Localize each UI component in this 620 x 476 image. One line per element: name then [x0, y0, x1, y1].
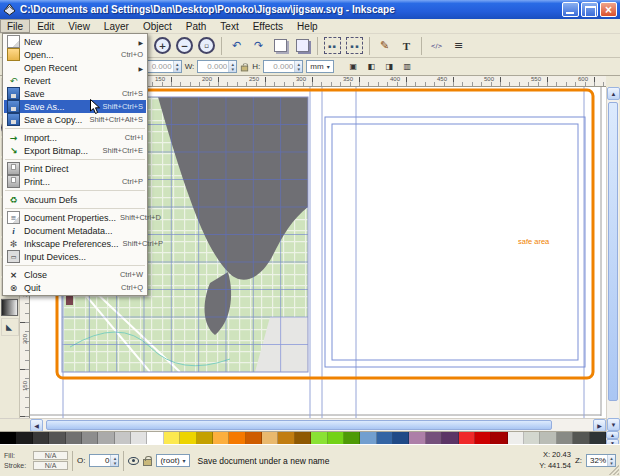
menu-help[interactable]: Help	[290, 19, 325, 33]
palette-swatch[interactable]	[246, 432, 262, 444]
scroll-up-button[interactable]: ▲	[607, 87, 620, 100]
height-spinner[interactable]	[294, 61, 302, 72]
menu-item-document-properties[interactable]: Document Properties...Shift+Ctrl+D	[4, 211, 146, 224]
palette-swatch[interactable]	[590, 432, 606, 444]
scroll-down-button[interactable]: ▼	[607, 418, 620, 431]
palette-swatch[interactable]	[426, 432, 442, 444]
palette-swatch[interactable]	[393, 432, 409, 444]
palette-swatch[interactable]	[82, 432, 98, 444]
resize-grip[interactable]	[607, 463, 619, 475]
gradient-tool-button[interactable]	[1, 298, 19, 316]
palette-swatch[interactable]	[508, 432, 524, 444]
palette-swatch[interactable]	[49, 432, 65, 444]
fill-stroke-indicator[interactable]: Fill:N/A Stroke:N/A	[4, 451, 68, 470]
palette-swatch[interactable]	[524, 432, 540, 444]
menu-item-print-direct[interactable]: Print Direct	[4, 162, 146, 175]
palette-swatch[interactable]	[459, 432, 475, 444]
opacity-spinner[interactable]	[110, 455, 118, 466]
palette-swatch[interactable]	[0, 432, 16, 444]
align-button[interactable]	[448, 35, 469, 56]
opacity-field[interactable]: 0	[89, 454, 119, 467]
menu-item-revert[interactable]: Revert	[4, 74, 146, 87]
menu-item-save[interactable]: SaveCtrl+S	[4, 87, 146, 100]
title-bar[interactable]: C:\Documents and Settings\Dan\Desktop\Po…	[0, 0, 620, 19]
palette-swatch[interactable]	[491, 432, 507, 444]
palette-swatch[interactable]	[131, 432, 147, 444]
affect-patterns-button[interactable]	[399, 59, 416, 74]
palette-swatch[interactable]	[377, 432, 393, 444]
palette-swatch[interactable]	[180, 432, 196, 444]
y-spinner[interactable]	[173, 61, 181, 72]
palette-swatch[interactable]	[197, 432, 213, 444]
palette-swatch[interactable]	[164, 432, 180, 444]
palette-swatch[interactable]	[33, 432, 49, 444]
width-field[interactable]: 0.000	[197, 60, 237, 73]
menu-item-save-a-copy[interactable]: Save a Copy...Shift+Ctrl+Alt+S	[4, 113, 146, 126]
palette-swatch[interactable]	[540, 432, 556, 444]
duplicate-button[interactable]	[270, 35, 291, 56]
horizontal-scrollbar[interactable]: ◀ ▶	[30, 418, 606, 431]
menu-item-inkscape-preferences[interactable]: Inkscape Preferences...Shift+Ctrl+P	[4, 237, 146, 250]
vertical-scrollbar[interactable]: ▲ ▼	[606, 87, 619, 431]
menu-item-input-devices[interactable]: Input Devices...	[4, 250, 146, 263]
menu-item-new[interactable]: New	[4, 35, 146, 48]
vertical-scroll-track[interactable]	[607, 100, 619, 418]
affect-stroke-button[interactable]	[345, 59, 362, 74]
palette-swatch[interactable]	[573, 432, 589, 444]
width-spinner[interactable]	[228, 61, 236, 72]
close-button[interactable]	[600, 2, 617, 17]
palette-swatch[interactable]	[360, 432, 376, 444]
minimize-button[interactable]	[562, 2, 579, 17]
menu-item-close[interactable]: CloseCtrl+W	[4, 268, 146, 281]
palette-swatch[interactable]	[557, 432, 573, 444]
palette-swatch[interactable]	[295, 432, 311, 444]
palette-swatch[interactable]	[278, 432, 294, 444]
menu-layer[interactable]: Layer	[97, 19, 136, 33]
palette-swatch[interactable]	[262, 432, 278, 444]
palette-scroll-up-button[interactable]: ▲	[606, 431, 619, 439]
menu-object[interactable]: Object	[136, 19, 179, 33]
menu-item-save-as[interactable]: Save As...Shift+Ctrl+S	[4, 100, 146, 113]
zoom-in-button[interactable]	[152, 35, 173, 56]
horizontal-scroll-track[interactable]	[43, 419, 593, 431]
menu-item-vacuum-defs[interactable]: Vacuum Defs	[4, 193, 146, 206]
clone-button[interactable]	[292, 35, 313, 56]
palette-swatch[interactable]	[147, 432, 163, 444]
menu-effects[interactable]: Effects	[246, 19, 290, 33]
undo-button[interactable]	[226, 35, 247, 56]
palette-swatch[interactable]	[115, 432, 131, 444]
menu-file[interactable]: File	[0, 19, 30, 33]
group-button[interactable]	[322, 35, 343, 56]
maximize-button[interactable]	[581, 2, 598, 17]
fill-stroke-button[interactable]	[374, 35, 395, 56]
dropper-tool-button[interactable]	[1, 318, 19, 336]
affect-corners-button[interactable]	[363, 59, 380, 74]
menu-item-export-bitmap[interactable]: Export Bitmap...Shift+Ctrl+E	[4, 144, 146, 157]
palette-swatch[interactable]	[475, 432, 491, 444]
layer-lock-icon[interactable]	[143, 459, 152, 466]
palette-swatch[interactable]	[344, 432, 360, 444]
redo-button[interactable]	[248, 35, 269, 56]
palette-swatch[interactable]	[328, 432, 344, 444]
xml-editor-button[interactable]	[426, 35, 447, 56]
text-button[interactable]	[396, 35, 417, 56]
menu-item-quit[interactable]: QuitCtrl+Q	[4, 281, 146, 294]
menu-item-open[interactable]: Open...Ctrl+O	[4, 48, 146, 61]
menu-item-print[interactable]: Print...Ctrl+P	[4, 175, 146, 188]
horizontal-scroll-thumb[interactable]	[46, 420, 552, 430]
affect-gradients-button[interactable]	[381, 59, 398, 74]
palette-swatch[interactable]	[311, 432, 327, 444]
palette-swatch[interactable]	[229, 432, 245, 444]
menu-text[interactable]: Text	[213, 19, 245, 33]
zoom-page-button[interactable]	[196, 35, 217, 56]
menu-item-open-recent[interactable]: Open Recent	[4, 61, 146, 74]
palette-swatch[interactable]	[442, 432, 458, 444]
layer-select[interactable]: (root)▾	[156, 454, 189, 467]
menu-item-document-metadata[interactable]: Document Metadata...	[4, 224, 146, 237]
menu-item-import[interactable]: Import...Ctrl+I	[4, 131, 146, 144]
palette-swatch[interactable]	[409, 432, 425, 444]
palette-scrollbar[interactable]: ▲ ▼	[606, 431, 619, 444]
palette-swatch[interactable]	[213, 432, 229, 444]
layer-visibility-icon[interactable]	[128, 457, 139, 465]
ungroup-button[interactable]	[344, 35, 365, 56]
